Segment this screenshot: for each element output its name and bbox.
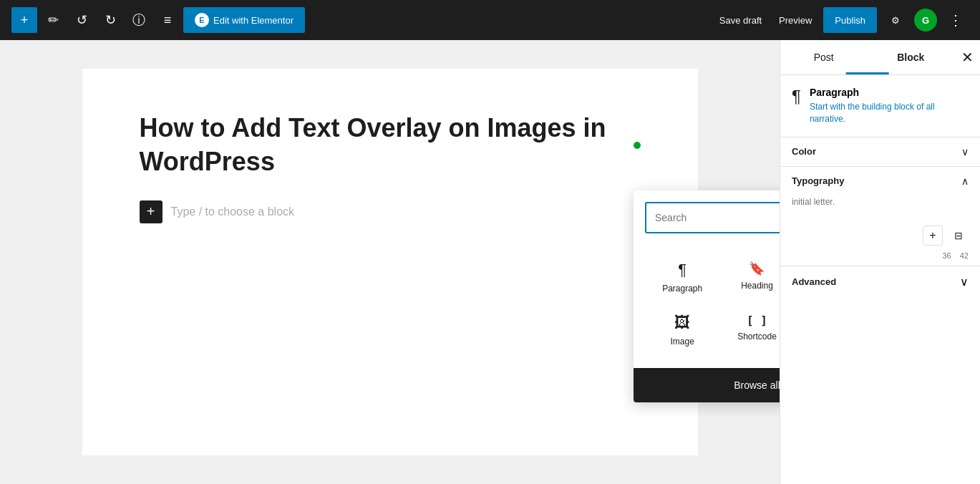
shortcode-block-label: Shortcode [737, 331, 777, 342]
paragraph-icon: ¶ [792, 87, 801, 107]
advanced-chevron-icon: ∨ [960, 275, 969, 289]
redo-icon: ↻ [105, 12, 116, 28]
typography-section-header[interactable]: Typography ∧ [780, 167, 980, 195]
shortcode-block-icon: [ ] [747, 314, 767, 327]
block-item-image[interactable]: 🖼 Image [645, 304, 719, 357]
typography-content: initial letter. [780, 195, 980, 220]
paragraph-block-label: Paragraph [662, 284, 702, 294]
sidebar-close-button[interactable]: ✕ [954, 44, 980, 70]
blocks-grid: ¶ Paragraph 🔖 Heading ⊡ Cover 🖼 Image [634, 239, 780, 368]
font-size-row: + ⊟ [780, 220, 980, 251]
font-size-add-button[interactable]: + [923, 226, 943, 246]
edit-with-elementor-button[interactable]: E Edit with Elementor [183, 7, 305, 33]
editor-area: How to Add Text Overlay on Images in Wor… [0, 40, 780, 484]
font-sizes-row: 36 42 [780, 251, 980, 266]
add-block-toolbar-button[interactable]: + [11, 7, 37, 33]
preview-button[interactable]: Preview [773, 15, 818, 26]
info-button[interactable]: ⓘ [126, 7, 152, 33]
more-icon: ⋮ [949, 11, 963, 29]
live-indicator [634, 142, 641, 149]
image-block-icon: 🖼 [674, 314, 690, 332]
typography-note: initial letter. [792, 195, 969, 208]
main-toolbar: + ✏ ↺ ↻ ⓘ ≡ E Edit with Elementor Save d… [0, 0, 980, 40]
block-search-input[interactable] [646, 206, 780, 229]
color-section: Color ∨ [780, 137, 980, 167]
paragraph-block-icon: ¶ [678, 261, 687, 279]
gear-icon: ⚙ [891, 15, 900, 26]
font-size-36: 36 [943, 251, 951, 260]
tab-post[interactable]: Post [780, 40, 868, 74]
close-icon: ✕ [961, 49, 974, 66]
publish-button[interactable]: Publish [823, 7, 877, 33]
pen-tool-button[interactable]: ✏ [40, 7, 66, 33]
redo-button[interactable]: ↻ [97, 7, 123, 33]
toolbar-right-group: Save draft Preview Publish ⚙ G ⋮ [714, 7, 969, 33]
main-layout: How to Add Text Overlay on Images in Wor… [0, 40, 980, 484]
post-title[interactable]: How to Add Text Overlay on Images in Wor… [140, 112, 641, 179]
info-icon: ⓘ [132, 11, 145, 29]
add-block-inline-button[interactable]: + [140, 200, 162, 223]
block-item-heading[interactable]: 🔖 Heading [719, 251, 780, 304]
block-search-section: 🔍 [634, 190, 780, 239]
placeholder-text: Type / to choose a block [171, 205, 295, 218]
block-item-paragraph[interactable]: ¶ Paragraph [645, 251, 719, 304]
typography-section-title: Typography [792, 175, 844, 186]
settings-button[interactable]: ⚙ [883, 7, 908, 33]
block-search-box: 🔍 [645, 202, 780, 233]
paragraph-block-info: ¶ Paragraph Start with the building bloc… [780, 75, 980, 137]
block-info-text: Paragraph Start with the building block … [810, 87, 969, 125]
typography-chevron-icon: ∧ [961, 175, 969, 187]
heading-block-label: Heading [741, 281, 773, 291]
sidebar-tabs-row: Post Block ✕ [780, 40, 980, 75]
block-placeholder-row: + Type / to choose a block [140, 200, 641, 223]
advanced-section-header[interactable]: Advanced ∨ [792, 266, 969, 297]
font-size-42: 42 [960, 251, 969, 260]
advanced-section: Advanced ∨ [780, 266, 980, 297]
elementor-icon: E [195, 13, 209, 27]
typography-section: Typography ∧ initial letter. + ⊟ 36 42 [780, 167, 980, 266]
advanced-title: Advanced [792, 276, 836, 287]
tab-block[interactable]: Block [868, 40, 955, 74]
more-options-button[interactable]: ⋮ [943, 7, 969, 33]
sidebar-tabs-group: Post Block [780, 40, 954, 74]
elementor-label: Edit with Elementor [213, 15, 293, 26]
toolbar-left-group: + ✏ ↺ ↻ ⓘ ≡ E Edit with Elementor [11, 7, 305, 33]
color-section-header[interactable]: Color ∨ [780, 137, 980, 166]
list-icon: ≡ [164, 13, 172, 28]
post-title-text: How to Add Text Overlay on Images in Wor… [140, 112, 626, 179]
color-chevron-icon: ∨ [961, 146, 969, 158]
list-button[interactable]: ≡ [155, 7, 180, 33]
editor-content: How to Add Text Overlay on Images in Wor… [82, 69, 698, 455]
block-item-shortcode[interactable]: [ ] Shortcode [719, 304, 780, 357]
undo-icon: ↺ [77, 12, 87, 28]
color-section-title: Color [792, 146, 816, 157]
save-draft-button[interactable]: Save draft [714, 15, 767, 26]
heading-block-icon: 🔖 [749, 261, 765, 276]
font-slider-button[interactable]: ⊟ [949, 226, 969, 246]
pen-icon: ✏ [48, 12, 59, 28]
browse-all-button[interactable]: Browse all [634, 368, 780, 402]
block-picker-popup: 🔍 ¶ Paragraph 🔖 Heading ⊡ Cover [634, 190, 780, 402]
undo-button[interactable]: ↺ [69, 7, 94, 33]
user-avatar[interactable]: G [914, 9, 937, 32]
image-block-label: Image [670, 337, 694, 347]
right-sidebar: Post Block ✕ .tab-post { position: relat… [780, 40, 980, 484]
plus-icon: + [21, 13, 29, 28]
block-description: Start with the building block of all nar… [810, 101, 969, 125]
block-name-label: Paragraph [810, 87, 969, 98]
